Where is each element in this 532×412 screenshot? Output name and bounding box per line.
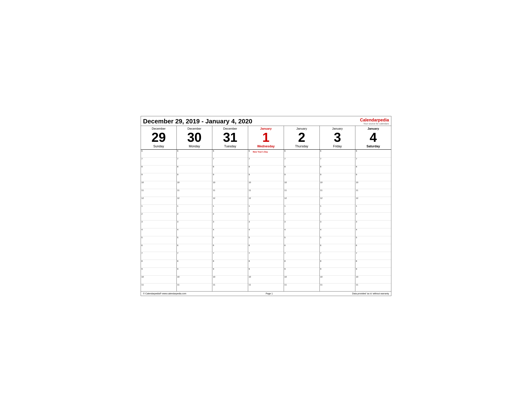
time-slot-content-5-13[interactable]: [324, 252, 355, 260]
time-slot-content-1-2[interactable]: [180, 165, 212, 173]
time-slot-content-1-15[interactable]: [180, 268, 212, 275]
time-slot-content-3-1[interactable]: [252, 157, 284, 165]
time-slot-content-4-2[interactable]: [288, 165, 320, 173]
time-slot-content-5-10[interactable]: [324, 228, 355, 236]
time-slot-content-6-6[interactable]: [359, 197, 391, 205]
time-slot-content-1-6[interactable]: [180, 197, 212, 205]
time-slot-content-0-7[interactable]: [145, 205, 177, 212]
time-slot-content-2-4[interactable]: [216, 181, 248, 189]
time-slot-content-3-7[interactable]: [252, 205, 284, 212]
time-slot-content-6-9[interactable]: [359, 220, 391, 228]
time-slot-content-5-9[interactable]: [324, 220, 355, 228]
time-slot-content-3-11[interactable]: [252, 236, 284, 244]
time-slot-content-0-13[interactable]: [145, 252, 177, 260]
time-slot-content-6-2[interactable]: [359, 165, 391, 173]
time-slot-content-3-13[interactable]: [252, 252, 284, 260]
time-slot-content-6-14[interactable]: [359, 260, 391, 267]
time-slot-content-2-12[interactable]: [216, 244, 248, 252]
time-slot-content-0-9[interactable]: [145, 220, 177, 228]
time-slot-content-6-16[interactable]: [359, 275, 391, 283]
time-slot-content-6-8[interactable]: [359, 213, 391, 220]
time-slot-content-5-2[interactable]: [324, 165, 355, 173]
time-slot-content-1-12[interactable]: [180, 244, 212, 252]
time-slot-content-4-16[interactable]: [288, 275, 320, 283]
time-slot-content-5-1[interactable]: [324, 157, 355, 165]
time-slot-content-2-0[interactable]: [216, 150, 248, 157]
time-slot-content-4-5[interactable]: [288, 189, 320, 197]
time-slot-content-3-3[interactable]: [252, 173, 284, 181]
time-slot-content-4-13[interactable]: [288, 252, 320, 260]
time-slot-content-3-8[interactable]: [252, 213, 284, 220]
time-slot-content-3-4[interactable]: [252, 181, 284, 189]
time-slot-content-3-6[interactable]: [252, 197, 284, 205]
time-slot-content-0-6[interactable]: [145, 197, 177, 205]
time-slot-content-6-10[interactable]: [359, 228, 391, 236]
time-slot-content-1-3[interactable]: [180, 173, 212, 181]
time-slot-content-6-0[interactable]: [359, 150, 391, 157]
time-slot-content-4-0[interactable]: [288, 150, 320, 157]
time-slot-content-0-11[interactable]: [145, 236, 177, 244]
time-slot-content-4-6[interactable]: [288, 197, 320, 205]
time-slot-content-5-5[interactable]: [324, 189, 355, 197]
time-slot-content-2-16[interactable]: [216, 275, 248, 283]
time-slot-content-3-17[interactable]: [252, 284, 284, 291]
time-slot-content-3-16[interactable]: [252, 275, 284, 283]
time-slot-content-1-11[interactable]: [180, 236, 212, 244]
time-slot-content-0-14[interactable]: [145, 260, 177, 267]
time-slot-content-5-17[interactable]: [324, 284, 355, 291]
time-slot-content-6-1[interactable]: [359, 157, 391, 165]
time-slot-content-2-5[interactable]: [216, 189, 248, 197]
time-slot-content-1-10[interactable]: [180, 228, 212, 236]
time-slot-content-6-3[interactable]: [359, 173, 391, 181]
time-slot-content-1-9[interactable]: [180, 220, 212, 228]
time-slot-content-4-10[interactable]: [288, 228, 320, 236]
time-slot-content-2-11[interactable]: [216, 236, 248, 244]
time-slot-content-0-4[interactable]: [145, 181, 177, 189]
time-slot-content-0-2[interactable]: [145, 165, 177, 173]
time-slot-content-1-17[interactable]: [180, 284, 212, 291]
time-slot-content-3-2[interactable]: [252, 165, 284, 173]
time-slot-content-6-13[interactable]: [359, 252, 391, 260]
time-slot-content-4-17[interactable]: [288, 284, 320, 291]
time-slot-content-5-12[interactable]: [324, 244, 355, 252]
time-slot-content-1-14[interactable]: [180, 260, 212, 267]
time-slot-content-4-8[interactable]: [288, 213, 320, 220]
time-slot-content-5-7[interactable]: [324, 205, 355, 212]
time-slot-content-2-7[interactable]: [216, 205, 248, 212]
time-slot-content-2-1[interactable]: [216, 157, 248, 165]
time-slot-content-4-15[interactable]: [288, 268, 320, 275]
time-slot-content-5-8[interactable]: [324, 213, 355, 220]
time-slot-content-3-5[interactable]: [252, 189, 284, 197]
time-slot-content-4-3[interactable]: [288, 173, 320, 181]
time-slot-content-5-6[interactable]: [324, 197, 355, 205]
time-slot-content-5-4[interactable]: [324, 181, 355, 189]
time-slot-content-1-13[interactable]: [180, 252, 212, 260]
time-slot-content-6-15[interactable]: [359, 268, 391, 275]
time-slot-content-6-17[interactable]: [359, 284, 391, 291]
time-slot-content-2-17[interactable]: [216, 284, 248, 291]
time-slot-content-3-10[interactable]: [252, 228, 284, 236]
time-slot-content-6-11[interactable]: [359, 236, 391, 244]
time-slot-content-0-15[interactable]: [145, 268, 177, 275]
time-slot-content-2-13[interactable]: [216, 252, 248, 260]
time-slot-content-5-0[interactable]: [324, 150, 355, 157]
time-slot-content-6-5[interactable]: [359, 189, 391, 197]
time-slot-content-3-0[interactable]: New Year's Day: [252, 150, 284, 157]
time-slot-content-6-12[interactable]: [359, 244, 391, 252]
time-slot-content-2-10[interactable]: [216, 228, 248, 236]
time-slot-content-0-1[interactable]: [145, 157, 177, 165]
time-slot-content-4-9[interactable]: [288, 220, 320, 228]
time-slot-content-6-7[interactable]: [359, 205, 391, 212]
time-slot-content-3-14[interactable]: [252, 260, 284, 267]
time-slot-content-0-3[interactable]: [145, 173, 177, 181]
time-slot-content-1-0[interactable]: [180, 150, 212, 157]
time-slot-content-2-14[interactable]: [216, 260, 248, 267]
time-slot-content-2-8[interactable]: [216, 213, 248, 220]
time-slot-content-0-16[interactable]: [145, 275, 177, 283]
time-slot-content-1-5[interactable]: [180, 189, 212, 197]
time-slot-content-1-16[interactable]: [180, 275, 212, 283]
time-slot-content-5-11[interactable]: [324, 236, 355, 244]
time-slot-content-0-12[interactable]: [145, 244, 177, 252]
time-slot-content-2-9[interactable]: [216, 220, 248, 228]
time-slot-content-6-4[interactable]: [359, 181, 391, 189]
